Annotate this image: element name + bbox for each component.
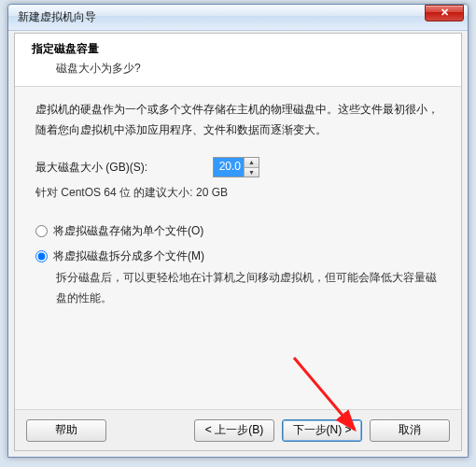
wizard-footer: 帮助 < 上一步(B) 下一步(N) > 取消 xyxy=(15,409,461,450)
radio-single-file-label: 将虚拟磁盘存储为单个文件(O) xyxy=(53,223,203,239)
disk-size-input[interactable]: 20.0 xyxy=(214,158,244,177)
spinner-buttons: ▲ ▼ xyxy=(244,158,259,177)
split-description: 拆分磁盘后，可以更轻松地在计算机之间移动虚拟机，但可能会降低大容量磁盘的性能。 xyxy=(56,268,441,308)
next-button[interactable]: 下一步(N) > xyxy=(282,419,362,442)
titlebar: 新建虚拟机向导 ✕ xyxy=(8,5,468,31)
close-icon: ✕ xyxy=(441,7,449,19)
help-button[interactable]: 帮助 xyxy=(26,419,106,442)
radio-split-files[interactable]: 将虚拟磁盘拆分成多个文件(M) xyxy=(35,248,441,264)
radio-split-files-input[interactable] xyxy=(35,250,48,262)
wizard-inner: 指定磁盘容量 磁盘大小为多少? 虚拟机的硬盘作为一个或多个文件存储在主机的物理磁… xyxy=(14,33,462,451)
disk-size-spinner[interactable]: 20.0 ▲ ▼ xyxy=(213,157,259,177)
page-title: 指定磁盘容量 xyxy=(32,41,444,57)
page-subtitle: 磁盘大小为多少? xyxy=(56,61,444,77)
disk-size-row: 最大磁盘大小 (GB)(S): 20.0 ▲ ▼ xyxy=(35,157,441,177)
radio-single-file[interactable]: 将虚拟磁盘存储为单个文件(O) xyxy=(35,223,441,239)
radio-single-file-input[interactable] xyxy=(35,225,48,237)
cancel-button[interactable]: 取消 xyxy=(370,419,450,442)
disk-storage-options: 将虚拟磁盘存储为单个文件(O) 将虚拟磁盘拆分成多个文件(M) 拆分磁盘后，可以… xyxy=(35,223,441,308)
wizard-window: 新建虚拟机向导 ✕ 指定磁盘容量 磁盘大小为多少? 虚拟机的硬盘作为一个或多个文… xyxy=(7,4,469,458)
wizard-body: 虚拟机的硬盘作为一个或多个文件存储在主机的物理磁盘中。这些文件最初很小，随着您向… xyxy=(15,87,461,412)
spinner-down[interactable]: ▼ xyxy=(245,168,259,177)
wizard-header: 指定磁盘容量 磁盘大小为多少? xyxy=(15,34,461,87)
radio-split-files-label: 将虚拟磁盘拆分成多个文件(M) xyxy=(53,248,204,264)
disk-description: 虚拟机的硬盘作为一个或多个文件存储在主机的物理磁盘中。这些文件最初很小，随着您向… xyxy=(35,100,441,140)
close-button[interactable]: ✕ xyxy=(425,5,464,21)
recommended-size: 针对 CentOS 64 位 的建议大小: 20 GB xyxy=(35,185,441,201)
back-button[interactable]: < 上一步(B) xyxy=(194,419,274,442)
spinner-up[interactable]: ▲ xyxy=(245,158,259,168)
window-title: 新建虚拟机向导 xyxy=(18,9,425,25)
disk-size-label: 最大磁盘大小 (GB)(S): xyxy=(35,160,147,176)
